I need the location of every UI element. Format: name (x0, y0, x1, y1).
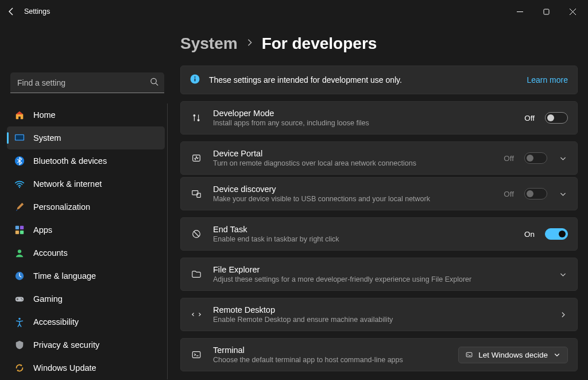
svg-rect-13 (20, 231, 24, 234)
developer-mode-toggle[interactable] (545, 112, 568, 124)
sidebar-item-label: Personalization (33, 202, 90, 212)
row-title: Developer Mode (213, 109, 514, 118)
row-desc: Make your device visible to USB connecti… (213, 195, 493, 203)
folder-icon (190, 269, 203, 279)
svg-point-18 (22, 299, 23, 300)
minimize-button[interactable] (506, 0, 533, 23)
dropdown-value: Let Windows decide (478, 351, 548, 359)
sidebar-item-label: Gaming (33, 294, 63, 304)
svg-point-22 (194, 76, 195, 77)
svg-rect-11 (20, 226, 24, 229)
brush-icon (14, 201, 25, 213)
row-terminal[interactable]: Terminal Choose the default terminal app… (180, 338, 578, 371)
terminal-small-icon (466, 351, 473, 358)
svg-rect-10 (16, 226, 19, 229)
device-discovery-icon (190, 189, 203, 199)
banner-text: These settings are intended for developm… (209, 75, 517, 85)
sidebar-item-gaming[interactable]: Gaming (7, 287, 165, 310)
toggle-state: Off (524, 114, 535, 122)
sidebar-item-personalization[interactable]: Personalization (7, 195, 165, 218)
system-icon (14, 132, 25, 144)
svg-rect-28 (192, 352, 200, 358)
sidebar-item-apps[interactable]: Apps (7, 218, 165, 241)
row-desc: Choose the default terminal app to host … (213, 356, 448, 364)
info-banner: These settings are intended for developm… (180, 66, 578, 94)
sidebar-item-bluetooth[interactable]: Bluetooth & devices (7, 149, 165, 172)
remote-desktop-icon (190, 309, 203, 320)
toggle-state: Off (504, 190, 514, 198)
row-developer-mode[interactable]: Developer Mode Install apps from any sou… (180, 101, 578, 135)
page-title: For developers (262, 34, 377, 53)
sidebar-item-label: Bluetooth & devices (33, 156, 107, 166)
terminal-icon (190, 350, 203, 360)
row-title: End Task (213, 225, 514, 234)
row-device-discovery[interactable]: Device discovery Make your device visibl… (180, 177, 578, 210)
row-desc: Enable Remote Desktop and ensure machine… (213, 316, 547, 324)
sidebar-item-label: Home (33, 110, 56, 120)
svg-rect-21 (195, 78, 196, 81)
sidebar-item-network[interactable]: Network & internet (7, 172, 165, 195)
maximize-button[interactable] (533, 0, 559, 23)
chevron-down-icon[interactable] (558, 155, 568, 162)
sidebar-item-windows-update[interactable]: Windows Update (7, 356, 165, 379)
device-portal-icon (190, 153, 203, 163)
row-title: Remote Desktop (213, 305, 547, 314)
clock-icon (14, 270, 25, 282)
chevron-right-icon[interactable] (558, 311, 568, 318)
svg-point-4 (151, 78, 156, 83)
close-button[interactable] (559, 0, 586, 23)
learn-more-link[interactable]: Learn more (527, 75, 568, 85)
end-task-toggle[interactable] (545, 228, 568, 240)
accessibility-icon (14, 316, 25, 328)
row-title: File Explorer (213, 265, 547, 274)
sidebar-item-time-language[interactable]: Time & language (7, 264, 165, 287)
chevron-right-icon (246, 39, 254, 49)
home-icon (14, 109, 25, 121)
row-end-task[interactable]: End Task Enable end task in taskbar by r… (180, 217, 578, 251)
device-portal-toggle (524, 152, 547, 164)
svg-rect-1 (544, 9, 549, 14)
search-box[interactable] (10, 72, 164, 93)
titlebar: Settings (0, 0, 588, 23)
sidebar-item-label: Apps (33, 225, 52, 235)
sidebar-item-privacy[interactable]: Privacy & security (7, 333, 165, 356)
search-icon (150, 78, 158, 89)
terminal-dropdown[interactable]: Let Windows decide (458, 347, 568, 363)
svg-point-9 (19, 187, 20, 188)
chevron-down-icon[interactable] (558, 190, 568, 198)
sidebar-item-accessibility[interactable]: Accessibility (7, 310, 165, 333)
sidebar-item-label: Accessibility (33, 317, 79, 327)
search-input[interactable] (10, 72, 164, 93)
svg-rect-7 (16, 135, 24, 140)
row-remote-desktop[interactable]: Remote Desktop Enable Remote Desktop and… (180, 298, 578, 331)
svg-rect-12 (16, 231, 19, 234)
accounts-icon (14, 247, 25, 259)
row-title: Device Portal (213, 149, 493, 158)
svg-line-5 (156, 83, 158, 86)
main-content: System For developers These settings are… (175, 23, 588, 380)
row-desc: Turn on remote diagnostics over local ar… (213, 159, 493, 167)
row-title: Device discovery (213, 185, 493, 194)
row-device-portal[interactable]: Device Portal Turn on remote diagnostics… (180, 141, 578, 175)
sidebar-item-label: Windows Update (33, 363, 96, 373)
back-button[interactable] (7, 7, 16, 16)
svg-point-19 (18, 318, 21, 320)
svg-line-27 (194, 232, 199, 237)
sidebar-item-label: Time & language (33, 271, 96, 281)
wifi-icon (14, 178, 25, 190)
row-file-explorer[interactable]: File Explorer Adjust these settings for … (180, 258, 578, 291)
row-desc: Enable end task in taskbar by right clic… (213, 235, 514, 243)
svg-rect-29 (466, 352, 472, 357)
sidebar-item-home[interactable]: Home (7, 103, 165, 126)
svg-point-14 (18, 250, 21, 253)
sidebar: Home System Bluetooth & devices Network … (0, 23, 175, 380)
shield-icon (14, 339, 25, 351)
sidebar-item-system[interactable]: System (7, 126, 165, 149)
toggle-state: On (524, 230, 535, 239)
sidebar-item-label: Privacy & security (33, 340, 99, 350)
chevron-down-icon[interactable] (558, 271, 568, 278)
breadcrumb-parent[interactable]: System (180, 34, 238, 53)
window-title: Settings (24, 7, 50, 16)
sidebar-item-accounts[interactable]: Accounts (7, 241, 165, 264)
update-icon (14, 362, 25, 374)
